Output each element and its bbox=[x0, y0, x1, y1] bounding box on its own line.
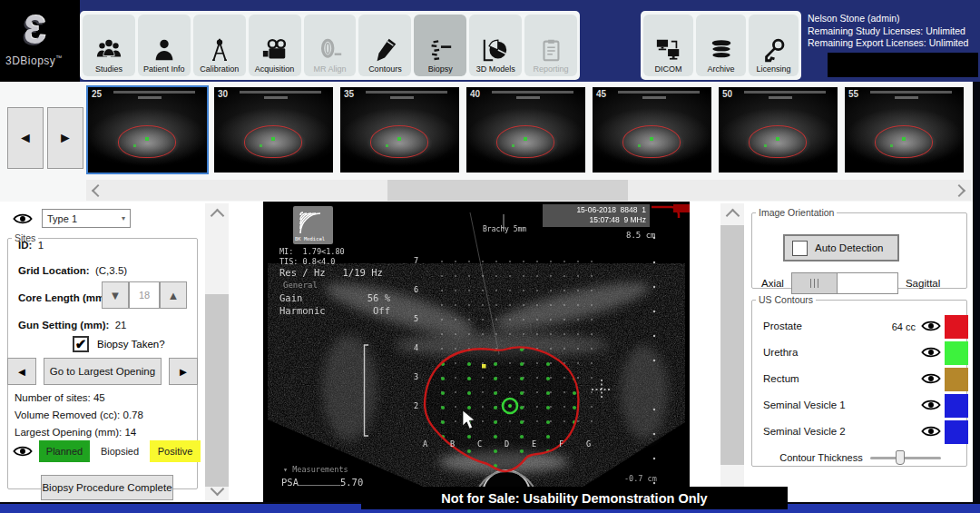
toolbar-button-acquisition[interactable]: Acquisition bbox=[249, 15, 301, 76]
toolbar-button-calibration[interactable]: Calibration bbox=[193, 15, 246, 76]
right-scrollbar[interactable] bbox=[720, 203, 744, 500]
slice-thumbnail[interactable]: 45 bbox=[593, 87, 711, 173]
contour-row-seminal-vesicle-2: Seminal Vesicle 2 bbox=[752, 419, 968, 445]
biopsy-taken-checkbox[interactable]: ✔ bbox=[73, 336, 89, 352]
auto-detection-label: Auto Detection bbox=[815, 242, 883, 253]
legend-planned[interactable]: Planned bbox=[39, 440, 90, 462]
logo-mark: 3 bbox=[24, 7, 45, 53]
depth-readout: 8.5 cm bbox=[626, 231, 656, 240]
type-visibility-eye-icon[interactable] bbox=[13, 212, 33, 225]
toolbar-label: Patient Info bbox=[143, 64, 185, 74]
grid-location-row: Grid Location: (C,3.5) bbox=[18, 265, 127, 276]
auto-detection-toggle[interactable]: Auto Detection bbox=[783, 234, 899, 261]
scroll-up-icon[interactable] bbox=[720, 203, 744, 223]
site-id-row: ID: 1 bbox=[18, 240, 44, 251]
gain-readout: Gain56 % bbox=[279, 292, 390, 303]
core-length-decrease-button[interactable]: ▼ bbox=[102, 281, 129, 309]
slice-thumbnail[interactable]: 25 bbox=[88, 87, 207, 173]
legend-visibility-eye-icon[interactable] bbox=[13, 445, 33, 458]
contour-color-swatch[interactable] bbox=[945, 394, 968, 418]
scroll-right-icon[interactable] bbox=[951, 180, 971, 201]
vendor-name: BK Medical bbox=[295, 236, 325, 242]
site-status-legend: Planned Biopsied Positive bbox=[13, 440, 201, 462]
contour-visibility-eye-icon[interactable] bbox=[921, 425, 941, 438]
grid-col-label: G bbox=[586, 439, 591, 449]
filmstrip-band: ◄ ► 25 30 35 40 bbox=[0, 82, 973, 202]
grid-col-label: D bbox=[505, 439, 509, 449]
site-navigation-row: ◄ Go to Largest Opening ► bbox=[7, 358, 198, 385]
scrollbar-thumb[interactable] bbox=[387, 180, 628, 201]
toolbar-button-contours[interactable]: Contours bbox=[358, 15, 411, 76]
slice-thumbnail[interactable]: 50 bbox=[719, 87, 838, 173]
us-contours-group: US Contours Prostate 64 cc Urethra Rectu… bbox=[751, 294, 967, 467]
redacted-field bbox=[828, 53, 978, 77]
axial-label: Axial bbox=[761, 278, 784, 289]
toolbar-button-dicom[interactable]: DICOM bbox=[643, 15, 693, 76]
auto-detection-checkbox[interactable] bbox=[792, 241, 808, 256]
core-length-value[interactable]: 18 bbox=[129, 281, 160, 309]
biopsy-site-panel: Type 1▾ Sites ID: 1 Grid Location: (C,3.… bbox=[0, 202, 201, 502]
compass-divider-icon bbox=[206, 37, 233, 63]
toolbar-button-biopsy[interactable]: Biopsy bbox=[414, 15, 466, 76]
biopsy-procedure-complete-button[interactable]: Biopsy Procedure Complete bbox=[41, 475, 173, 500]
go-to-largest-opening-button[interactable]: Go to Largest Opening bbox=[44, 358, 162, 385]
slice-thumbnail[interactable]: 40 bbox=[466, 87, 585, 173]
filmstrip-scrollbar[interactable] bbox=[86, 180, 971, 201]
toggle-knob[interactable] bbox=[792, 273, 838, 293]
scroll-down-icon[interactable] bbox=[205, 480, 229, 500]
contour-color-swatch[interactable] bbox=[945, 368, 968, 391]
toolbar-label: Reporting bbox=[534, 64, 569, 74]
demo-banner: Not for Sale: Usability Demonstration On… bbox=[361, 487, 788, 509]
toolbar-button-archive[interactable]: Archive bbox=[696, 15, 746, 76]
contour-visibility-eye-icon[interactable] bbox=[921, 399, 941, 411]
thumbnail-number: 25 bbox=[92, 89, 102, 99]
thumbnail-number: 55 bbox=[848, 89, 858, 99]
account-user: Nelson Stone (admin) bbox=[808, 13, 978, 25]
scrollbar-thumb[interactable] bbox=[720, 225, 744, 465]
orientation-switch-row: Axial Sagittal bbox=[761, 272, 961, 294]
contour-visibility-eye-icon[interactable] bbox=[921, 346, 941, 359]
thumbnail-number: 50 bbox=[722, 89, 732, 99]
legend-biopsied[interactable]: Biopsied bbox=[96, 440, 143, 462]
contour-color-swatch[interactable] bbox=[945, 420, 968, 444]
image-orientation-label: Image Orientation bbox=[756, 207, 837, 218]
toolbar-label: Biopsy bbox=[428, 64, 453, 74]
slider-thumb[interactable] bbox=[896, 450, 905, 465]
core-length-stepper: ▼ 18 ▲ bbox=[102, 281, 187, 309]
toolbar-button-reporting[interactable]: Reporting bbox=[524, 15, 577, 76]
grid-col-label: B bbox=[450, 439, 455, 449]
contour-color-swatch[interactable] bbox=[945, 341, 968, 365]
harmonic-readout: HarmonicOff bbox=[279, 305, 390, 316]
toolbar-button-mr-align[interactable]: MR Align bbox=[304, 15, 357, 76]
slice-thumbnail[interactable]: 35 bbox=[340, 87, 459, 173]
toolbar-button-3d-models[interactable]: 3D Models bbox=[469, 15, 522, 76]
toolbar-button-licensing[interactable]: Licensing bbox=[749, 15, 799, 76]
left-scrollbar[interactable] bbox=[205, 203, 229, 500]
scrollbar-thumb[interactable] bbox=[205, 294, 229, 487]
slice-thumbnail[interactable]: 55 bbox=[845, 87, 964, 173]
slice-thumbnail[interactable]: 30 bbox=[214, 87, 333, 173]
scroll-left-icon[interactable] bbox=[86, 180, 106, 201]
ultrasound-viewport[interactable]: 7 6 5 4 3 2 A B C D E F G bbox=[263, 202, 690, 502]
filmstrip-prev-button[interactable]: ◄ bbox=[7, 107, 44, 169]
toolbar-label: Archive bbox=[707, 64, 734, 74]
filmstrip-next-button[interactable]: ► bbox=[47, 107, 83, 169]
utility-toolbar: DICOM Archive Licensing bbox=[641, 11, 801, 80]
core-length-increase-button[interactable]: ▲ bbox=[160, 281, 187, 309]
people-group-icon bbox=[95, 37, 122, 63]
previous-site-button[interactable]: ◄ bbox=[7, 358, 36, 385]
axial-sagittal-toggle[interactable] bbox=[791, 272, 898, 294]
needle-type-dropdown[interactable]: Type 1▾ bbox=[42, 209, 131, 228]
contour-color-swatch[interactable] bbox=[945, 315, 968, 339]
contour-visibility-eye-icon[interactable] bbox=[921, 320, 941, 332]
toolbar-label: MR Align bbox=[314, 64, 347, 74]
contour-visibility-eye-icon[interactable] bbox=[921, 372, 941, 385]
biopsy-taken-row: ✔ Biopsy Taken? bbox=[73, 336, 165, 352]
study-licenses: Remaining Study Licenses: Unlimited bbox=[808, 25, 978, 38]
toolbar-button-patient-info[interactable]: Patient Info bbox=[138, 15, 191, 76]
contour-thickness-slider[interactable] bbox=[870, 450, 941, 465]
next-site-button[interactable]: ► bbox=[169, 358, 198, 385]
legend-positive[interactable]: Positive bbox=[150, 440, 201, 462]
scroll-up-icon[interactable] bbox=[205, 203, 229, 223]
toolbar-button-studies[interactable]: Studies bbox=[83, 15, 135, 76]
